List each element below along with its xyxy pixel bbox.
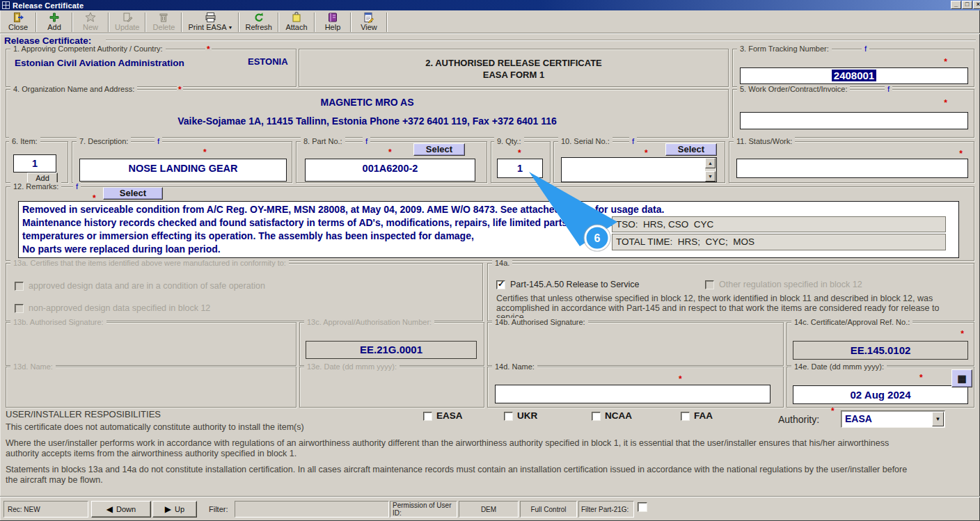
block4-organization: 4. Organization Name and Address: * MAGN… xyxy=(6,89,729,138)
user-installer-heading: USER/INSTALLER RESPOSIBILITIES xyxy=(6,409,161,419)
part-no-input[interactable]: 001A6200-2 xyxy=(305,159,475,182)
toolbar-separator xyxy=(145,13,146,32)
scroll-down-icon[interactable]: ▼ xyxy=(705,171,716,182)
block13a-conformity: 13a. Certifies that the items identified… xyxy=(6,263,483,321)
down-arrow-icon: ◀ xyxy=(106,506,113,513)
window-title: Release Certificate xyxy=(13,1,84,10)
block10-serial-no: 10. Serial No.: f * Select ▲ ▼ xyxy=(553,141,725,183)
update-button: Update xyxy=(111,11,143,33)
add-button[interactable]: Add xyxy=(38,11,70,33)
block14d-label: 14d. Name: xyxy=(492,362,537,371)
required-marker: * xyxy=(205,45,212,54)
authority-label: Authority: xyxy=(778,414,819,425)
block14e-label: 14e. Date (dd mmm yyyy): xyxy=(791,362,887,371)
description-input[interactable]: NOSE LANDING GEAR xyxy=(79,159,287,182)
required-marker: * xyxy=(959,329,965,339)
block4-label: 4. Organization Name and Address: xyxy=(10,85,137,93)
block13e-label: 13e. Date (dd mmm yyyy): xyxy=(304,362,400,371)
scroll-up-icon[interactable]: ▲ xyxy=(705,158,716,168)
refresh-button[interactable]: Refresh xyxy=(241,11,276,33)
add-label: Add xyxy=(47,23,61,31)
close-window-button-icon[interactable]: × xyxy=(973,1,980,9)
restore-button-icon[interactable]: □ xyxy=(962,1,972,9)
block14b-label: 14b. Authorised Signature: xyxy=(492,318,588,326)
block7-description: 7. Description: f * NOSE LANDING GEAR xyxy=(72,141,292,183)
non-approved-design-data-label: non-approved design data specified in bl… xyxy=(29,303,210,313)
print-easa-label: Print EASA xyxy=(188,23,226,31)
block6-label: 6. Item: xyxy=(9,137,40,145)
up-label: Up xyxy=(175,505,184,513)
status-work-input[interactable] xyxy=(736,159,968,178)
organization-address: Vaike-Sojamae 1A, 11415 Tallinn, Estonia… xyxy=(6,115,728,127)
part145-certification-text: Certifies that unless otherwise specifie… xyxy=(496,294,967,320)
attach-label: Attach xyxy=(285,23,307,31)
field-flag: f xyxy=(862,45,869,53)
toolbar-separator xyxy=(72,13,73,32)
required-marker: * xyxy=(202,147,208,157)
footer-para3: Statements in blocks 13a and 14a do not … xyxy=(6,465,919,485)
form-tracking-number-input[interactable]: 2408001 xyxy=(740,67,968,84)
view-form-icon xyxy=(363,12,374,23)
authority-dropdown-icon[interactable]: ▼ xyxy=(932,412,944,426)
block14a-release: 14a. Part-145.A.50 Release to Service Ot… xyxy=(487,263,974,321)
authority-name: Estonian Civil Aviation Administration xyxy=(15,58,184,68)
total-time-field[interactable]: TOTAL TIME: HRS; CYC; MOS xyxy=(612,234,946,250)
filter-input[interactable] xyxy=(235,501,389,518)
toolbar-separator xyxy=(108,13,109,32)
toolbar-separator xyxy=(181,13,182,32)
field-flag: f xyxy=(885,85,892,93)
block3-label: 3. Form Tracking Number: xyxy=(737,45,832,53)
block5-work-order: 5. Work Order/Contract/Invoice: f * xyxy=(732,89,974,138)
qty-input[interactable]: 1 xyxy=(497,159,543,178)
down-button[interactable]: ◀ Down xyxy=(91,501,151,518)
print-easa-button[interactable]: Print EASA▼ xyxy=(184,11,237,33)
serial-scrollbar[interactable]: ▲ ▼ xyxy=(705,158,716,182)
non-approved-design-data-checkbox xyxy=(15,304,24,313)
block13a-label: 13a. Certifies that the items identified… xyxy=(10,259,289,267)
block6-item: 6. Item: 1 Add xyxy=(6,141,68,183)
ukr-checkbox[interactable] xyxy=(504,412,513,421)
block8-label: 8. Part No.: xyxy=(301,137,345,145)
ncaa-checkbox[interactable] xyxy=(592,412,601,421)
required-marker: * xyxy=(830,406,836,416)
name-14d-input[interactable] xyxy=(495,385,770,403)
field-flag: f xyxy=(629,137,637,145)
work-order-input[interactable] xyxy=(740,112,968,129)
easa-checkbox[interactable] xyxy=(423,412,432,421)
up-button[interactable]: ▶ Up xyxy=(152,501,197,518)
view-label: View xyxy=(361,23,377,31)
field-flag: f xyxy=(155,137,162,145)
calendar-button[interactable]: ▦ xyxy=(951,369,972,387)
print-dropdown-icon[interactable]: ▼ xyxy=(228,25,233,30)
help-book-icon xyxy=(327,12,338,23)
certificate-title-line2: EASA FORM 1 xyxy=(299,70,728,80)
serial-no-select-button[interactable]: Select xyxy=(665,143,717,156)
faa-checkbox[interactable] xyxy=(681,412,690,421)
authority-combobox[interactable]: EASA ▼ xyxy=(841,410,945,428)
date-14e-input[interactable]: 02 Aug 2024 xyxy=(793,385,968,404)
record-status-cell: Rec: NEW xyxy=(3,501,88,518)
minimize-button-icon[interactable]: _ xyxy=(951,1,961,9)
tso-field[interactable]: TSO: HRS, CSO CYC xyxy=(612,216,946,232)
serial-no-textarea[interactable] xyxy=(561,157,717,182)
close-label: Close xyxy=(8,23,28,31)
help-button[interactable]: Help xyxy=(317,11,349,33)
statusbar-divider xyxy=(0,496,980,497)
block5-label: 5. Work Order/Contract/Invoice: xyxy=(737,85,850,93)
close-button[interactable]: Close xyxy=(2,11,34,33)
item-number-input[interactable]: 1 xyxy=(13,154,56,173)
view-button[interactable]: View xyxy=(353,11,385,33)
calendar-icon: ▦ xyxy=(957,373,966,384)
part145-release-checkbox[interactable] xyxy=(496,280,505,289)
attach-button[interactable]: Attach xyxy=(280,11,313,33)
title-bar: Release Certificate _ □ × xyxy=(0,0,980,10)
filter-part21g-checkbox[interactable] xyxy=(638,502,647,512)
country-name: ESTONIA xyxy=(248,56,288,67)
block7-label: 7. Description: xyxy=(77,137,131,145)
remarks-select-button[interactable]: Select xyxy=(103,187,163,200)
part-no-select-button[interactable]: Select xyxy=(413,143,465,156)
required-marker: * xyxy=(516,148,523,158)
block14e-date: 14e. Date (dd mmm yyyy): * ▦ 02 Aug 2024 xyxy=(787,367,974,408)
block1-label: 1. Approving Competent Authority / Count… xyxy=(10,45,166,53)
delete-button: Delete xyxy=(148,11,180,33)
